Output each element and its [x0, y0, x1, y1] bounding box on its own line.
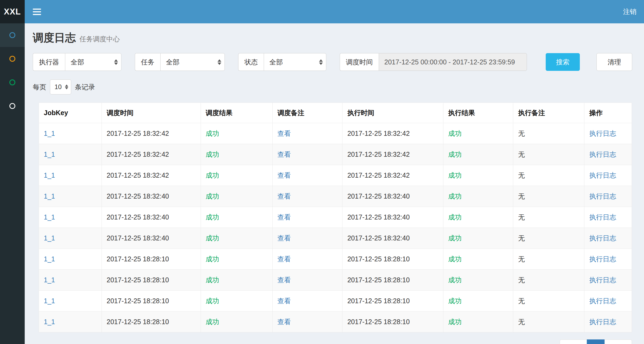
trigger-remark-link[interactable]: 查看: [277, 234, 291, 242]
jobkey-link[interactable]: 1_1: [44, 192, 55, 200]
table-header-row: JobKey 调度时间 调度结果 调度备注 执行时间 执行结果 执行备注 操作: [39, 103, 632, 123]
jobkey-link[interactable]: 1_1: [44, 318, 55, 325]
exec-log-link[interactable]: 执行日志: [589, 130, 616, 137]
jobkey-cell: 1_1: [39, 165, 102, 186]
page-size-bar: 每页 10 条记录: [33, 79, 638, 94]
trigger-result-cell: 成功: [201, 312, 272, 332]
logout-link[interactable]: 注销: [616, 7, 644, 16]
handle-result-cell: 成功: [443, 165, 513, 186]
trigger-remark-cell: 查看: [272, 228, 342, 249]
column-header-handle-time[interactable]: 执行时间: [342, 103, 443, 123]
page-header: 调度日志 任务调度中心: [33, 30, 638, 45]
job-select[interactable]: 全部: [160, 53, 225, 71]
table-row: 1_1 2017-12-25 18:32:40 成功 查看 2017-12-25…: [39, 207, 632, 228]
page-size-select[interactable]: 10: [50, 79, 71, 94]
table-row: 1_1 2017-12-25 18:32:40 成功 查看 2017-12-25…: [39, 186, 632, 207]
column-header-handle-result[interactable]: 执行结果: [443, 103, 513, 123]
jobkey-link[interactable]: 1_1: [44, 255, 55, 263]
column-header-trigger-result[interactable]: 调度结果: [201, 103, 272, 123]
handle-result-cell: 成功: [443, 270, 513, 291]
prev-page-button[interactable]: 上页: [560, 339, 587, 344]
exec-log-link[interactable]: 执行日志: [589, 192, 616, 200]
handle-time-cell: 2017-12-25 18:28:10: [342, 291, 443, 312]
exec-log-link[interactable]: 执行日志: [589, 297, 616, 305]
clear-button[interactable]: 清理: [596, 53, 632, 71]
trigger-remark-cell: 查看: [272, 207, 342, 228]
column-header-jobkey[interactable]: JobKey: [39, 103, 102, 123]
action-cell: 执行日志: [584, 228, 632, 249]
jobkey-cell: 1_1: [39, 291, 102, 312]
exec-log-link[interactable]: 执行日志: [589, 255, 616, 263]
trigger-result-cell: 成功: [201, 270, 272, 291]
handle-result-cell: 成功: [443, 228, 513, 249]
trigger-time-cell: 2017-12-25 18:32:42: [102, 165, 201, 186]
trigger-result-cell: 成功: [201, 207, 272, 228]
jobkey-link[interactable]: 1_1: [44, 171, 55, 179]
jobkey-cell: 1_1: [39, 312, 102, 332]
column-header-trigger-remark[interactable]: 调度备注: [272, 103, 342, 123]
handle-time-cell: 2017-12-25 18:28:10: [342, 312, 443, 332]
trigger-remark-link[interactable]: 查看: [277, 318, 291, 325]
jobkey-link[interactable]: 1_1: [44, 234, 55, 242]
column-header-handle-remark[interactable]: 执行备注: [513, 103, 584, 123]
app-logo[interactable]: XXL: [0, 0, 25, 23]
status-filter-label: 状态: [238, 53, 264, 71]
column-header-action[interactable]: 操作: [584, 103, 632, 123]
sidebar-menu-item-4[interactable]: [0, 94, 25, 118]
select-stepper-icon: [65, 85, 68, 89]
action-cell: 执行日志: [584, 123, 632, 144]
log-table: JobKey 调度时间 调度结果 调度备注 执行时间 执行结果 执行备注 操作 …: [39, 103, 632, 332]
trigger-remark-link[interactable]: 查看: [277, 151, 291, 158]
job-filter-label: 任务: [135, 53, 160, 71]
handle-remark-cell: 无: [513, 312, 584, 332]
handle-result-cell: 成功: [443, 207, 513, 228]
exec-log-link[interactable]: 执行日志: [589, 213, 616, 221]
status-select[interactable]: 全部: [264, 53, 326, 71]
executor-filter-group: 执行器 全部: [33, 53, 121, 71]
exec-log-link[interactable]: 执行日志: [589, 171, 616, 179]
page-size-suffix: 条记录: [75, 83, 95, 92]
trigger-remark-cell: 查看: [272, 291, 342, 312]
exec-log-link[interactable]: 执行日志: [589, 151, 616, 158]
trigger-remark-link[interactable]: 查看: [277, 297, 291, 305]
table-row: 1_1 2017-12-25 18:32:42 成功 查看 2017-12-25…: [39, 144, 632, 165]
sidebar-menu-item-1[interactable]: [0, 23, 25, 47]
exec-log-link[interactable]: 执行日志: [589, 318, 616, 325]
sidebar-menu-item-2[interactable]: [0, 47, 25, 71]
exec-log-link[interactable]: 执行日志: [589, 234, 616, 242]
action-cell: 执行日志: [584, 312, 632, 332]
jobkey-link[interactable]: 1_1: [44, 213, 55, 221]
trigger-remark-link[interactable]: 查看: [277, 130, 291, 137]
trigger-time-filter-group: 调度时间 2017-12-25 00:00:00 - 2017-12-25 23…: [340, 53, 527, 71]
job-filter-group: 任务 全部: [135, 53, 225, 71]
trigger-remark-link[interactable]: 查看: [277, 171, 291, 179]
handle-result-cell: 成功: [443, 144, 513, 165]
next-page-button[interactable]: 下页: [605, 339, 632, 344]
circle-icon: [9, 79, 15, 85]
select-stepper-icon: [114, 59, 118, 65]
table-row: 1_1 2017-12-25 18:28:10 成功 查看 2017-12-25…: [39, 249, 632, 270]
trigger-result-cell: 成功: [201, 249, 272, 270]
jobkey-link[interactable]: 1_1: [44, 130, 55, 137]
handle-remark-cell: 无: [513, 186, 584, 207]
handle-result-cell: 成功: [443, 312, 513, 332]
sidebar-menu-item-3[interactable]: [0, 71, 25, 94]
trigger-remark-link[interactable]: 查看: [277, 276, 291, 284]
sidebar-toggle-button[interactable]: [25, 0, 49, 23]
jobkey-link[interactable]: 1_1: [44, 276, 55, 284]
trigger-remark-link[interactable]: 查看: [277, 192, 291, 200]
trigger-remark-link[interactable]: 查看: [277, 255, 291, 263]
column-header-trigger-time[interactable]: 调度时间: [102, 103, 201, 123]
status-filter-group: 状态 全部: [238, 53, 326, 71]
trigger-remark-cell: 查看: [272, 312, 342, 332]
trigger-time-cell: 2017-12-25 18:32:40: [102, 228, 201, 249]
status-select-value: 全部: [269, 58, 283, 67]
executor-select[interactable]: 全部: [65, 53, 121, 71]
jobkey-link[interactable]: 1_1: [44, 151, 55, 158]
trigger-remark-link[interactable]: 查看: [277, 213, 291, 221]
search-button[interactable]: 搜索: [546, 53, 580, 71]
page-1-button[interactable]: 1: [587, 339, 605, 344]
exec-log-link[interactable]: 执行日志: [589, 276, 616, 284]
trigger-time-range-input[interactable]: 2017-12-25 00:00:00 - 2017-12-25 23:59:5…: [379, 53, 527, 71]
jobkey-link[interactable]: 1_1: [44, 297, 55, 305]
